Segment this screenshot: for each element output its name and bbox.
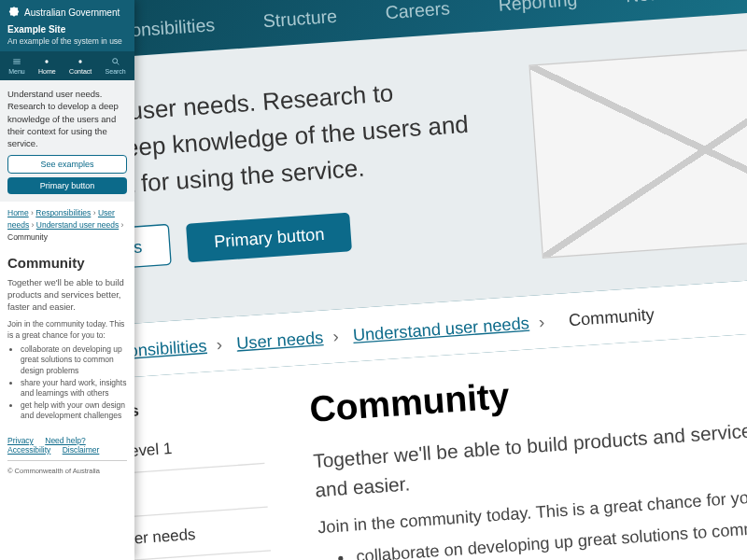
panel-header: Australian Government Example Site An ex… <box>0 0 134 51</box>
tab-news[interactable]: News <box>625 0 672 21</box>
footer-copyright: © Commonwealth of Australia <box>7 467 127 475</box>
nav-menu[interactable]: Menu <box>8 57 25 75</box>
dot-icon <box>76 57 85 66</box>
panel-bc-understand[interactable]: Understand user needs <box>36 220 119 230</box>
mobile-preview-panel: Australian Government Example Site An ex… <box>0 0 134 560</box>
svg-point-0 <box>46 60 49 63</box>
panel-bc-resp[interactable]: Responsibilities <box>35 208 91 217</box>
footer-accessibility[interactable]: Accessibility <box>7 445 50 455</box>
footer-privacy[interactable]: Privacy <box>7 436 34 445</box>
page-title: Community <box>308 348 747 430</box>
panel-see-examples-button[interactable]: See examples <box>7 155 127 174</box>
panel-page-lead: Together we'll be able to build products… <box>7 276 127 314</box>
panel-bc-current: Community <box>7 232 48 242</box>
gov-label: Australian Government <box>24 7 120 18</box>
footer-help[interactable]: Need help? <box>45 436 85 445</box>
menu-icon <box>12 57 21 66</box>
list-item: collaborate on developing up great solut… <box>21 344 127 375</box>
panel-footer: Privacy Need help? Accessibility Disclai… <box>0 428 134 483</box>
list-item: share your hard work, insights and learn… <box>21 378 127 399</box>
panel-site-title: Example Site <box>7 24 127 35</box>
list-item: get help with your own design and develo… <box>21 400 127 421</box>
panel-hero-text: Understand user needs. Research to devel… <box>7 88 127 149</box>
panel-page-title: Community <box>7 255 127 271</box>
svg-point-1 <box>78 60 81 63</box>
panel-hero: Understand user needs. Research to devel… <box>0 80 134 202</box>
search-icon <box>111 57 120 66</box>
panel-body: Community Together we'll be able to buil… <box>0 249 134 428</box>
tab-careers[interactable]: Careers <box>385 0 452 38</box>
main-content: Community Together we'll be able to buil… <box>308 348 747 560</box>
breadcrumb-user-needs[interactable]: User needs <box>236 328 324 353</box>
panel-bullets: collaborate on developing up great solut… <box>7 344 127 420</box>
panel-bc-home[interactable]: Home <box>7 208 29 217</box>
footer-disclaimer[interactable]: Disclaimer <box>63 445 100 455</box>
coat-of-arms: Australian Government <box>7 6 127 19</box>
panel-site-subtitle: An example of the system in use <box>7 36 127 46</box>
panel-primary-button[interactable]: Primary button <box>7 177 127 194</box>
panel-page-intro: Join in the community today. This is a g… <box>7 319 127 342</box>
breadcrumb-understand[interactable]: Understand user needs <box>352 313 529 344</box>
primary-button[interactable]: Primary button <box>186 213 352 263</box>
nav-search[interactable]: Search <box>106 57 126 75</box>
breadcrumb-current: Community <box>568 304 655 329</box>
tab-structure[interactable]: Structure <box>262 6 339 47</box>
hero-image-placeholder <box>529 41 747 259</box>
crest-icon <box>7 6 21 19</box>
panel-breadcrumb: Home › Responsibilities › User needs › U… <box>0 202 134 248</box>
home-icon <box>42 57 51 66</box>
panel-nav: Menu Home Contact Search <box>0 51 134 80</box>
svg-point-2 <box>112 59 117 63</box>
nav-home[interactable]: Home <box>38 57 56 75</box>
nav-contact[interactable]: Contact <box>69 57 92 75</box>
